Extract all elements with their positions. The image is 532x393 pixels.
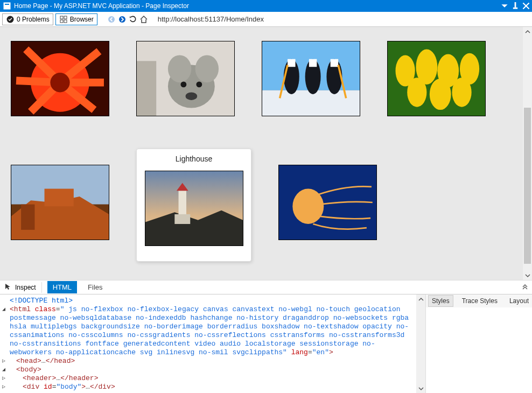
svg-point-19 bbox=[196, 81, 202, 87]
problems-button[interactable]: 0 Problems bbox=[2, 13, 53, 25]
gallery-thumb[interactable] bbox=[262, 41, 360, 116]
cursor-icon bbox=[4, 283, 12, 292]
svg-rect-2 bbox=[515, 2, 516, 8]
viewport-scrollbar[interactable] bbox=[523, 27, 532, 280]
browser-toggle[interactable]: Browser bbox=[55, 13, 97, 25]
side-tab-styles[interactable]: Styles bbox=[428, 295, 453, 307]
svg-point-18 bbox=[180, 81, 186, 87]
svg-rect-25 bbox=[288, 59, 295, 67]
toolbar: 0 Problems Browser http://localhost:5113… bbox=[0, 12, 532, 27]
browser-viewport: Lighthouse bbox=[0, 27, 532, 280]
window-title: Home Page - My ASP.NET MVC Application -… bbox=[14, 2, 189, 10]
svg-rect-41 bbox=[21, 205, 34, 230]
svg-rect-40 bbox=[45, 189, 74, 207]
svg-point-10 bbox=[119, 16, 125, 23]
svg-rect-0 bbox=[4, 3, 10, 9]
code-line: <html class=" js no-flexbox no-flexbox-l… bbox=[10, 305, 413, 357]
svg-rect-21 bbox=[137, 61, 156, 116]
card-title: Lighthouse bbox=[176, 155, 213, 163]
svg-rect-8 bbox=[64, 20, 67, 23]
gallery-thumb[interactable] bbox=[136, 41, 235, 116]
svg-point-35 bbox=[407, 78, 426, 107]
svg-rect-27 bbox=[309, 59, 317, 67]
svg-point-13 bbox=[50, 73, 69, 92]
collapse-panel-button[interactable] bbox=[521, 283, 529, 292]
check-circle-icon bbox=[6, 15, 15, 24]
gallery-thumb[interactable] bbox=[387, 41, 486, 116]
code-scroll-down[interactable] bbox=[416, 384, 425, 393]
gallery-thumb[interactable] bbox=[11, 41, 109, 116]
problems-label: 0 Problems bbox=[17, 16, 50, 23]
svg-point-16 bbox=[168, 55, 191, 82]
side-tab-trace-styles[interactable]: Trace Styles bbox=[459, 296, 501, 306]
code-line: <header>…</header> bbox=[10, 374, 413, 383]
tab-html[interactable]: HTML bbox=[47, 281, 77, 293]
window-menu-button[interactable] bbox=[501, 2, 508, 10]
html-code-viewer[interactable]: ◢ ▷ ◢ ▷ ▷ <!DOCTYPE html> <html class=" … bbox=[0, 294, 416, 393]
code-gutter: ◢ ▷ ◢ ▷ ▷ bbox=[2, 297, 9, 391]
scroll-down-button[interactable] bbox=[523, 271, 532, 280]
grid-icon bbox=[59, 15, 68, 24]
gallery-thumb[interactable] bbox=[145, 171, 243, 246]
svg-point-20 bbox=[186, 92, 198, 100]
gallery-thumb[interactable] bbox=[278, 165, 377, 240]
browser-label: Browser bbox=[70, 16, 94, 23]
side-tab-layout[interactable]: Layout bbox=[506, 296, 532, 306]
inspect-label: Inspect bbox=[15, 284, 36, 291]
svg-point-9 bbox=[108, 16, 115, 23]
tab-files[interactable]: Files bbox=[82, 281, 108, 293]
inspector-icon bbox=[3, 2, 11, 10]
svg-rect-44 bbox=[174, 214, 190, 224]
code-line: <!DOCTYPE html> bbox=[10, 297, 73, 305]
refresh-button[interactable] bbox=[129, 15, 137, 24]
code-line: <div id="body">…</div> bbox=[10, 383, 413, 391]
scroll-up-button[interactable] bbox=[523, 27, 532, 36]
code-line: <body> bbox=[10, 366, 413, 374]
gallery-card-selected[interactable]: Lighthouse bbox=[136, 149, 251, 262]
code-scrollbar[interactable] bbox=[416, 294, 425, 393]
code-line: <head>…</head> bbox=[10, 357, 413, 366]
svg-rect-5 bbox=[60, 16, 63, 19]
svg-rect-1 bbox=[5, 4, 9, 5]
forward-button[interactable] bbox=[118, 15, 127, 24]
svg-rect-7 bbox=[60, 20, 63, 23]
titlebar: Home Page - My ASP.NET MVC Application -… bbox=[0, 0, 532, 12]
svg-rect-43 bbox=[178, 191, 186, 216]
svg-rect-6 bbox=[64, 16, 67, 19]
address-bar[interactable]: http://localhost:51137/Home/Index bbox=[155, 14, 528, 24]
svg-rect-3 bbox=[513, 8, 517, 9]
gallery: Lighthouse bbox=[0, 27, 532, 276]
back-button[interactable] bbox=[107, 15, 116, 24]
gallery-thumb[interactable] bbox=[11, 165, 109, 240]
close-button[interactable] bbox=[522, 2, 530, 10]
devtools-tabsbar: Inspect HTML Files bbox=[0, 280, 532, 294]
svg-point-36 bbox=[430, 79, 451, 110]
scroll-thumb[interactable] bbox=[524, 108, 531, 264]
svg-rect-29 bbox=[331, 59, 338, 67]
inspect-button[interactable]: Inspect bbox=[4, 283, 36, 292]
side-panel: Styles Trace Styles Layout Att bbox=[425, 294, 532, 393]
side-panel-content bbox=[426, 307, 532, 393]
devtools-panel: ◢ ▷ ◢ ▷ ▷ <!DOCTYPE html> <html class=" … bbox=[0, 294, 532, 393]
side-tabs: Styles Trace Styles Layout Att bbox=[426, 294, 532, 307]
home-button[interactable] bbox=[139, 15, 148, 24]
code-scroll-up[interactable] bbox=[416, 294, 425, 304]
pin-button[interactable] bbox=[512, 2, 519, 10]
svg-point-17 bbox=[195, 55, 219, 82]
svg-point-37 bbox=[452, 78, 471, 107]
